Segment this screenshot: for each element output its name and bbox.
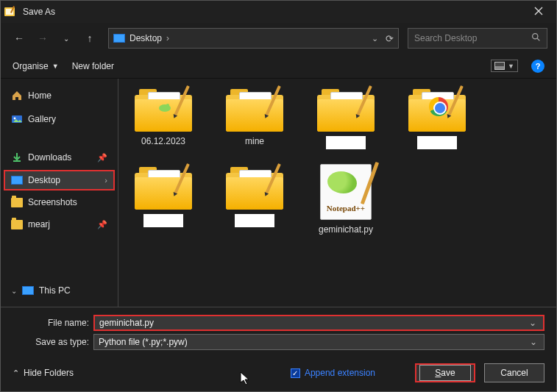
folder-icon: [226, 86, 283, 132]
item-label: [143, 214, 183, 227]
chevron-down-icon: ▼: [508, 63, 514, 70]
breadcrumb-desktop[interactable]: Desktop: [130, 33, 162, 43]
chevron-down-icon[interactable]: ⌄: [527, 318, 539, 328]
desktop-icon: [113, 34, 125, 43]
sidebar-item-gallery[interactable]: Gallery: [4, 108, 115, 130]
back-button[interactable]: ←: [10, 29, 29, 48]
checkbox-icon: ✓: [291, 368, 300, 378]
folder-item[interactable]: [220, 164, 289, 235]
window-title: Save As: [21, 7, 524, 17]
chevron-down-icon: ▼: [52, 63, 59, 70]
home-icon: [11, 90, 23, 101]
save-button[interactable]: Save: [415, 363, 475, 382]
chevron-right-icon[interactable]: ›: [166, 33, 169, 43]
help-button[interactable]: ?: [531, 60, 544, 73]
view-mode-button[interactable]: ▼: [491, 60, 518, 72]
folder-icon: [11, 220, 23, 229]
svg-line-4: [537, 38, 539, 40]
item-label: [326, 136, 366, 149]
item-label: [417, 136, 457, 149]
folder-icon: [317, 86, 375, 132]
search-placeholder: Search Desktop: [414, 33, 531, 43]
new-folder-button[interactable]: New folder: [72, 61, 114, 71]
pc-icon: [22, 286, 34, 295]
address-dropdown[interactable]: ⌄: [372, 34, 378, 43]
dialog-body: Home Gallery Downloads 📌 Desktop › Scree…: [1, 79, 556, 307]
filename-input[interactable]: geminichat.py ⌄: [93, 315, 544, 331]
pin-icon: 📌: [97, 220, 107, 229]
sidebar-item-mearj[interactable]: mearj 📌: [4, 214, 115, 235]
notepad-plus-plus-icon: Notepad++: [317, 164, 375, 220]
gallery-icon: [11, 113, 23, 125]
organise-menu[interactable]: Organise ▼: [13, 61, 59, 71]
chrome-icon: [429, 97, 448, 116]
folder-icon: [408, 86, 466, 132]
footer: ⌃ Hide Folders ✓ Append extension Save C…: [1, 356, 556, 391]
folder-item[interactable]: [311, 86, 380, 149]
refresh-button[interactable]: ⟳: [386, 33, 394, 44]
svg-point-8: [166, 104, 169, 107]
folder-icon: [135, 86, 192, 132]
bottom-form: File name: geminichat.py ⌄ Save as type:…: [1, 307, 556, 356]
file-item[interactable]: Notepad++ geminichat.py: [311, 164, 380, 235]
item-label: mine: [245, 136, 264, 146]
toolbar: Organise ▼ New folder ▼ ?: [1, 54, 556, 79]
svg-point-6: [14, 118, 16, 120]
title-bar: Save As: [1, 1, 556, 23]
item-label: 06.12.2023: [141, 136, 185, 146]
filetype-label: Save as type:: [13, 337, 89, 347]
file-list[interactable]: 06.12.2023 mine: [118, 79, 556, 307]
svg-point-3: [533, 34, 538, 39]
filetype-select[interactable]: Python file (*.py;*.pyw) ⌄: [93, 334, 544, 350]
folder-item[interactable]: 06.12.2023: [129, 86, 198, 149]
chevron-down-icon[interactable]: ⌄: [528, 337, 539, 347]
desktop-icon: [11, 176, 23, 185]
hide-folders-toggle[interactable]: ⌃ Hide Folders: [13, 368, 74, 378]
folder-icon: [11, 198, 23, 207]
folder-item[interactable]: mine: [220, 86, 289, 149]
cancel-button[interactable]: Cancel: [484, 363, 544, 382]
nav-row: ← → ⌄ ↑ Desktop › ⌄ ⟳ Search Desktop: [1, 23, 556, 54]
app-icon: [4, 6, 15, 18]
save-as-dialog: Save As ← → ⌄ ↑ Desktop › ⌄ ⟳ Search Des…: [0, 0, 557, 392]
view-icon: [494, 62, 505, 70]
folder-item[interactable]: [402, 86, 472, 149]
forward-button[interactable]: →: [33, 29, 52, 48]
item-label: [235, 214, 274, 227]
chevron-down-icon[interactable]: ⌄: [11, 287, 17, 295]
search-input[interactable]: Search Desktop: [408, 28, 547, 49]
search-icon: [531, 32, 541, 44]
up-button[interactable]: ↑: [80, 29, 99, 48]
filename-label: File name:: [13, 318, 89, 328]
recent-dropdown[interactable]: ⌄: [57, 29, 76, 48]
append-extension-checkbox[interactable]: ✓ Append extension: [291, 368, 375, 378]
chevron-up-icon: ⌃: [13, 368, 19, 378]
close-button[interactable]: [524, 6, 553, 18]
address-bar[interactable]: Desktop › ⌄ ⟳: [108, 28, 399, 49]
pin-icon: ›: [104, 176, 107, 185]
item-label: geminichat.py: [319, 224, 373, 235]
folder-icon: [135, 164, 192, 210]
sidebar-item-thispc[interactable]: ⌄ This PC: [4, 280, 115, 301]
folder-icon: [226, 164, 283, 210]
download-icon: [11, 152, 23, 163]
sidebar: Home Gallery Downloads 📌 Desktop › Scree…: [1, 79, 118, 307]
folder-item[interactable]: [129, 164, 198, 235]
sidebar-item-screenshots[interactable]: Screenshots: [4, 192, 115, 213]
pin-icon: 📌: [97, 153, 107, 163]
sidebar-item-downloads[interactable]: Downloads 📌: [4, 146, 115, 168]
sidebar-item-home[interactable]: Home: [4, 85, 115, 107]
sidebar-item-desktop[interactable]: Desktop ›: [4, 170, 115, 190]
